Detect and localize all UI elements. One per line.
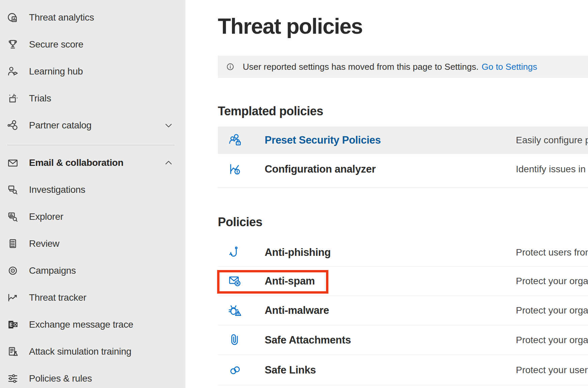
sidebar-item-exchange-message-trace[interactable]: Exchange message trace: [0, 311, 185, 338]
threat-tracker-icon: [7, 292, 19, 304]
explorer-icon: [7, 211, 19, 223]
preset-security-icon: [228, 133, 243, 148]
row-anti-malware[interactable]: Anti-malware Protect your organiz: [218, 296, 588, 325]
attack-simulation-icon: [7, 346, 19, 358]
row-label: Anti-phishing: [265, 246, 331, 259]
banner-message: User reported settings has moved from th…: [243, 62, 478, 72]
trials-icon: [7, 92, 19, 105]
page-title: Threat policies: [218, 16, 362, 37]
trophy-icon: [7, 38, 19, 51]
anti-phishing-icon: [228, 245, 243, 260]
row-label: Anti-spam: [265, 275, 315, 287]
sidebar-item-trials[interactable]: Trials: [0, 85, 185, 112]
sidebar-item-campaigns[interactable]: Campaigns: [0, 257, 185, 284]
sidebar-item-threat-analytics[interactable]: Threat analytics: [0, 4, 185, 31]
info-banner: User reported settings has moved from th…: [218, 56, 588, 78]
sidebar-item-learning-hub[interactable]: Learning hub: [0, 58, 185, 85]
row-label: Configuration analyzer: [265, 163, 376, 175]
row-description: Easily configure prot: [516, 135, 588, 146]
go-to-settings-link[interactable]: Go to Settings: [481, 62, 537, 72]
row-description: Protect your users fr: [516, 365, 588, 376]
investigations-icon: [7, 184, 19, 196]
sidebar-item-label: Explorer: [29, 211, 63, 222]
sidebar-item-partner-catalog[interactable]: Partner catalog: [0, 112, 185, 139]
info-icon: [225, 62, 235, 72]
exchange-icon: [7, 319, 19, 331]
sidebar-item-label: Threat analytics: [29, 12, 94, 23]
campaigns-icon: [7, 265, 19, 277]
sidebar-item-label: Campaigns: [29, 265, 76, 276]
anti-malware-icon: [228, 303, 243, 318]
safe-attachments-icon: [228, 333, 243, 348]
sidebar-item-label: Exchange message trace: [29, 319, 133, 330]
row-configuration-analyzer[interactable]: Configuration analyzer Identify issues i…: [218, 155, 588, 183]
row-label: Safe Links: [265, 364, 316, 376]
sidebar-item-review[interactable]: Review: [0, 230, 185, 257]
row-anti-spam[interactable]: Anti-spam Protect your organiz: [218, 267, 588, 296]
sidebar-item-explorer[interactable]: Explorer: [0, 203, 185, 230]
partner-catalog-icon: [7, 119, 19, 131]
row-label: Anti-malware: [265, 304, 329, 317]
sidebar-section-email-collaboration[interactable]: Email & collaboration: [0, 149, 185, 176]
threat-policies-page: Threat analytics Secure score: [0, 0, 588, 388]
sidebar-item-attack-simulation-training[interactable]: Attack simulation training: [0, 338, 185, 365]
sidebar-item-policies-rules[interactable]: Policies & rules: [0, 365, 185, 388]
row-description: Protect users from p: [516, 247, 588, 258]
sidebar-item-threat-tracker[interactable]: Threat tracker: [0, 284, 185, 311]
policies-rules-icon: [7, 372, 19, 385]
learning-hub-icon: [7, 65, 19, 78]
row-divider: [218, 385, 588, 385]
sidebar-item-label: Trials: [29, 93, 51, 104]
row-label: Preset Security Policies: [265, 134, 381, 146]
row-description: Protect your organiz: [516, 305, 588, 316]
sidebar-item-label: Threat tracker: [29, 292, 86, 303]
sidebar-item-investigations[interactable]: Investigations: [0, 176, 185, 203]
sidebar-item-label: Review: [29, 238, 59, 249]
chevron-down-icon: [164, 121, 173, 130]
section-divider: [218, 187, 588, 188]
configuration-analyzer-icon: [228, 162, 243, 177]
safe-links-icon: [228, 363, 243, 378]
row-anti-phishing[interactable]: Anti-phishing Protect users from p: [218, 239, 588, 266]
row-description: Protect your organiz: [516, 335, 588, 346]
sidebar-divider: [7, 145, 175, 145]
row-description: Identify issues in you: [516, 164, 588, 175]
row-safe-links[interactable]: Safe Links Protect your users fr: [218, 355, 588, 385]
sidebar-item-label: Learning hub: [29, 66, 83, 77]
row-preset-security-policies[interactable]: Preset Security Policies Easily configur…: [218, 126, 588, 154]
policies-heading: Policies: [218, 215, 262, 230]
sidebar-item-label: Attack simulation training: [29, 346, 131, 357]
threat-analytics-icon: [7, 11, 19, 24]
anti-spam-icon: [228, 274, 243, 289]
row-safe-attachments[interactable]: Safe Attachments Protect your organiz: [218, 325, 588, 355]
sidebar-section-label: Email & collaboration: [29, 157, 123, 168]
mail-icon: [7, 157, 19, 169]
review-icon: [7, 238, 19, 250]
row-label: Safe Attachments: [265, 334, 351, 346]
row-description: Protect your organiz: [516, 276, 588, 287]
sidebar-item-label: Policies & rules: [29, 373, 92, 384]
sidebar-item-label: Partner catalog: [29, 120, 91, 131]
sidebar: Threat analytics Secure score: [0, 0, 185, 388]
sidebar-item-label: Secure score: [29, 39, 83, 50]
templated-policies-heading: Templated policies: [218, 104, 323, 119]
sidebar-item-secure-score[interactable]: Secure score: [0, 31, 185, 58]
chevron-up-icon: [164, 158, 173, 168]
sidebar-item-label: Investigations: [29, 184, 85, 195]
